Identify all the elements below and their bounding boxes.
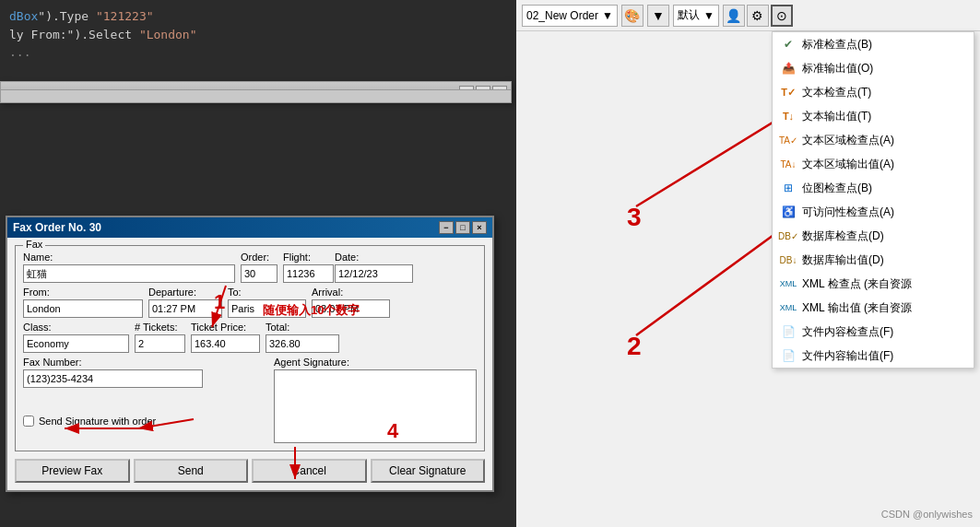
class-input[interactable] — [23, 334, 129, 353]
toolbar-circle-icon[interactable]: ⊙ — [771, 5, 793, 27]
menu-item-xml-output[interactable]: XML XML 输出值 (来自资源 — [773, 296, 974, 320]
right-toolbar: 02_New Order ▼ 🎨 ▼ 默认 ▼ 👤 ⚙ ⊙ — [516, 0, 980, 31]
default-select[interactable]: 默认 ▼ — [673, 5, 719, 27]
date-input[interactable] — [335, 264, 413, 283]
arrival-label: Arrival: — [312, 287, 390, 298]
menu-item-text-output[interactable]: T↓ 文本输出值(T) — [773, 104, 974, 128]
departure-label: Departure: — [148, 287, 222, 298]
name-field-group: Name: — [23, 252, 235, 283]
order-input[interactable] — [241, 264, 277, 283]
standard-check-icon: ✔ — [780, 36, 797, 53]
agent-sig-section: Agent Signature: — [274, 357, 477, 443]
flight-field-group: Flight: — [283, 252, 329, 283]
left-panel: dBox").Type "121223" ly From:").Select "… — [0, 0, 516, 527]
menu-item-label-11: XML 输出值 (来自资源 — [802, 300, 912, 316]
preview-fax-button[interactable]: Preview Fax — [15, 459, 130, 483]
send-sig-checkbox[interactable] — [23, 416, 34, 427]
annotation-1: 1 — [214, 290, 225, 314]
flight-label: Flight: — [283, 252, 329, 263]
db-check-icon: DB✓ — [780, 228, 797, 244]
menu-item-label-2: 文本检查点(T) — [802, 85, 871, 100]
default-label: 默认 — [678, 7, 700, 23]
toolbar-icon-group: 👤 ⚙ ⊙ — [723, 5, 793, 27]
order-select[interactable]: 02_New Order ▼ — [522, 5, 618, 27]
tickets-input[interactable] — [135, 334, 185, 353]
scrollbar-horizontal[interactable] — [1, 89, 511, 102]
faxnumber-field-group: Fax Number: — [23, 357, 266, 388]
csdn-watermark: CSDN @onlywishes — [881, 509, 973, 520]
total-input[interactable] — [266, 334, 339, 353]
menu-item-db-output[interactable]: DB↓ 数据库输出值(D) — [773, 248, 974, 272]
menu-item-db-check[interactable]: DB✓ 数据库检查点(D) — [773, 224, 974, 248]
class-label: Class: — [23, 322, 129, 333]
name-label: Name: — [23, 252, 235, 263]
to-label: To: — [228, 287, 306, 298]
form-row-2: From: Departure: To: Arrival: — [23, 287, 477, 318]
fax-dialog-title: Fax Order No. 30 — [13, 221, 101, 234]
textarea-check-icon: TA✓ — [780, 132, 797, 148]
toolbar-btn-1[interactable]: 🎨 — [621, 5, 643, 27]
order-field-group: Order: — [241, 252, 277, 283]
from-input[interactable] — [23, 299, 143, 318]
name-input[interactable] — [23, 264, 235, 283]
order-select-label: 02_New Order — [526, 9, 598, 22]
form-row-3: Class: # Tickets: Ticket Price: Tot — [23, 322, 477, 353]
menu-item-accessibility-check[interactable]: ♿ 可访问性检查点(A) — [773, 200, 974, 224]
toolbar-person-icon[interactable]: 👤 — [723, 5, 745, 27]
bitmap-check-icon: ⊞ — [780, 180, 797, 196]
menu-item-label-9: 数据库输出值(D) — [802, 252, 884, 268]
menu-item-file-check[interactable]: 📄 文件内容检查点(F) — [773, 320, 974, 344]
menu-item-text-check[interactable]: T✓ 文本检查点(T) — [773, 80, 974, 104]
toolbar-gear-icon[interactable]: ⚙ — [747, 5, 769, 27]
text-check-icon: T✓ — [780, 84, 797, 100]
annotation-3: 3 — [627, 203, 642, 232]
menu-item-textarea-output[interactable]: TA↓ 文本区域输出值(A) — [773, 152, 974, 176]
menu-item-bitmap-check[interactable]: ⊞ 位图检查点(B) — [773, 176, 974, 200]
left-bottom: Fax Number: Send Signature with order — [23, 357, 266, 443]
xml-output-icon: XML — [780, 299, 797, 316]
menu-item-label-1: 标准输出值(O) — [802, 61, 873, 76]
ticketprice-field-group: Ticket Price: — [191, 322, 260, 353]
textarea-output-icon: TA↓ — [780, 156, 797, 172]
faxnumber-label: Fax Number: — [23, 357, 266, 368]
tickets-label: # Tickets: — [135, 322, 185, 333]
menu-item-standard-output[interactable]: 📤 标准输出值(O) — [773, 56, 974, 80]
text-output-icon: T↓ — [780, 108, 797, 124]
cancel-button[interactable]: Cancel — [252, 459, 367, 483]
clear-signature-button[interactable]: Clear Signature — [371, 459, 486, 483]
fax-dialog: Fax Order No. 30 − □ × Fax Name: — [6, 216, 494, 492]
from-field-group: From: — [23, 287, 143, 318]
menu-item-label-0: 标准检查点(B) — [802, 37, 872, 53]
ticketprice-input[interactable] — [191, 334, 260, 353]
toolbar-btn-2[interactable]: ▼ — [647, 5, 669, 27]
fax-close-btn[interactable]: × — [472, 221, 487, 234]
order-select-arrow: ▼ — [602, 9, 613, 22]
menu-item-xml-check[interactable]: XML XML 检查点 (来自资源 — [773, 272, 974, 296]
menu-item-label-10: XML 检查点 (来自资源 — [802, 276, 912, 292]
departure-input[interactable] — [148, 299, 222, 318]
annotation-note: 随便输入10个数字 — [263, 302, 360, 319]
flight-input[interactable] — [283, 264, 334, 283]
send-sig-label: Send Signature with order — [39, 416, 156, 427]
annotation-2: 2 — [627, 332, 642, 361]
menu-item-textarea-check[interactable]: TA✓ 文本区域检查点(A) — [773, 128, 974, 152]
fax-body: Fax Name: Order: Flight: — [7, 238, 492, 490]
total-field-group: Total: — [266, 322, 339, 353]
file-check-icon: 📄 — [780, 323, 797, 340]
agent-sig-box[interactable] — [274, 369, 477, 443]
fax-maximize-btn[interactable]: □ — [455, 221, 470, 234]
code-area: dBox").Type "121223" ly From:").Select "… — [0, 0, 516, 69]
menu-item-standard-check[interactable]: ✔ 标准检查点(B) — [773, 32, 974, 56]
menu-item-label-7: 可访问性检查点(A) — [802, 205, 894, 220]
menu-item-label-8: 数据库检查点(D) — [802, 228, 884, 244]
menu-item-label-4: 文本区域检查点(A) — [802, 133, 894, 148]
accessibility-check-icon: ♿ — [780, 204, 797, 220]
send-button[interactable]: Send — [134, 459, 249, 483]
menu-item-label-3: 文本输出值(T) — [802, 109, 871, 124]
menu-item-label-13: 文件内容输出值(F) — [802, 348, 893, 364]
fax-group-label: Fax — [23, 239, 45, 250]
faxnumber-input[interactable] — [23, 369, 203, 388]
fax-minimize-btn[interactable]: − — [439, 221, 454, 234]
menu-item-file-output[interactable]: 📄 文件内容输出值(F) — [773, 344, 974, 368]
annotation-4: 4 — [387, 419, 398, 443]
